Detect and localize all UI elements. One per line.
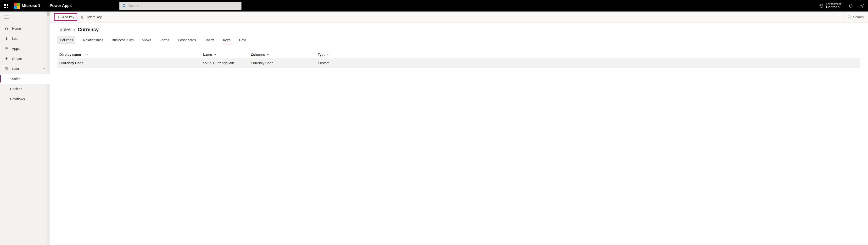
main-content: Add key Delete key Search Tables › Curre…	[50, 11, 868, 245]
add-key-button[interactable]: Add key	[54, 13, 77, 21]
nav-item-home[interactable]: Home	[0, 24, 50, 33]
cmd-label: Search	[853, 15, 864, 19]
tab-business-rules[interactable]: Business rules	[111, 36, 134, 44]
keys-grid: Display name ↑ Name Columns Type	[50, 44, 868, 68]
chevron-down-icon	[214, 53, 216, 56]
home-icon	[4, 27, 9, 30]
nav-item-learn[interactable]: Learn	[0, 33, 50, 44]
nav-label: Create	[12, 57, 22, 61]
col-header-type[interactable]: Type	[318, 53, 859, 57]
search-icon	[122, 4, 126, 8]
plus-icon	[57, 15, 60, 19]
chevron-down-icon	[267, 53, 270, 56]
nav-label: Dataflows	[10, 97, 25, 101]
nav-label: Tables	[10, 77, 20, 81]
nav-label: Choices	[10, 87, 22, 91]
col-header-columns[interactable]: Columns	[251, 53, 318, 57]
nav-item-create[interactable]: Create	[0, 54, 50, 64]
cell-columns: Currency Code	[251, 61, 273, 65]
notifications-button[interactable]	[845, 0, 857, 11]
command-bar: Add key Delete key Search	[50, 11, 868, 23]
environment-name: Contoso	[826, 5, 841, 9]
nav-item-dataflows[interactable]: Dataflows	[0, 94, 50, 104]
svg-line-1	[125, 6, 126, 7]
svg-rect-9	[5, 49, 6, 50]
grid-search[interactable]: Search	[843, 11, 864, 23]
breadcrumb-parent[interactable]: Tables	[57, 27, 71, 32]
grid-row[interactable]: Currency Code ··· cr25d_CurrencyCode Cur…	[57, 58, 860, 68]
bell-icon	[848, 4, 853, 8]
nav-item-choices[interactable]: Choices	[0, 84, 50, 94]
ms-brand[interactable]: Microsoft	[11, 3, 42, 9]
global-search-input[interactable]	[128, 4, 239, 8]
grid-header: Display name ↑ Name Columns Type	[57, 51, 860, 58]
svg-rect-7	[5, 47, 6, 48]
search-icon	[847, 15, 851, 19]
chevron-down-icon	[85, 53, 88, 56]
global-search[interactable]	[119, 2, 242, 10]
top-bar: Microsoft Power Apps Environment Contoso	[0, 0, 868, 11]
cmd-label: Delete key	[86, 15, 102, 19]
settings-button[interactable]	[857, 0, 868, 11]
waffle-icon	[4, 4, 8, 8]
col-header-display-name[interactable]: Display name ↑	[59, 53, 203, 57]
chevron-down-icon	[327, 53, 330, 56]
tab-keys[interactable]: Keys	[222, 36, 231, 44]
cell-type: Custom	[318, 61, 329, 65]
cmd-label: Add key	[62, 15, 74, 19]
environment-picker[interactable]: Environment Contoso	[815, 2, 845, 9]
tab-data[interactable]: Data	[238, 36, 247, 44]
side-nav: Home Learn Apps Create Data Tables	[0, 11, 50, 245]
microsoft-logo-icon	[14, 3, 20, 9]
chevron-right-icon: ›	[74, 27, 75, 32]
nav-label: Home	[12, 27, 21, 30]
cell-name: cr25d_CurrencyCode	[203, 61, 235, 65]
tab-columns[interactable]: Columns	[57, 36, 75, 44]
gear-icon	[860, 4, 864, 8]
app-name[interactable]: Power Apps	[42, 4, 79, 8]
globe-icon	[819, 4, 824, 8]
brand-text: Microsoft	[22, 3, 40, 8]
tab-relationships[interactable]: Relationships	[82, 36, 104, 44]
trash-icon	[81, 15, 84, 19]
svg-point-15	[848, 16, 850, 18]
svg-point-6	[862, 5, 863, 6]
tab-strip: Columns Relationships Business rules Vie…	[50, 34, 868, 44]
nav-item-tables[interactable]: Tables	[0, 74, 50, 84]
nav-collapse-button[interactable]	[0, 11, 50, 23]
sort-asc-icon: ↑	[82, 53, 84, 56]
data-icon	[4, 67, 9, 71]
svg-point-0	[123, 4, 125, 7]
nav-label: Apps	[12, 47, 20, 51]
plus-icon	[4, 57, 9, 61]
svg-rect-8	[7, 47, 8, 48]
nav-item-apps[interactable]: Apps	[0, 44, 50, 54]
nav-item-data[interactable]: Data	[0, 64, 50, 74]
breadcrumb-current: Currency	[78, 27, 99, 32]
delete-key-button[interactable]: Delete key	[78, 13, 104, 21]
svg-line-16	[850, 18, 851, 19]
tab-charts[interactable]: Charts	[204, 36, 215, 44]
cell-display-name: Currency Code	[59, 61, 83, 65]
tab-forms[interactable]: Forms	[159, 36, 170, 44]
tab-dashboards[interactable]: Dashboards	[177, 36, 197, 44]
nav-label: Learn	[12, 37, 21, 40]
book-icon	[4, 37, 9, 40]
col-header-name[interactable]: Name	[203, 53, 251, 57]
tab-views[interactable]: Views	[141, 36, 152, 44]
breadcrumb: Tables › Currency	[50, 23, 868, 34]
row-more-button[interactable]: ···	[194, 61, 198, 65]
nav-label: Data	[12, 67, 19, 71]
chevron-up-icon	[42, 67, 45, 70]
svg-point-12	[5, 67, 8, 68]
apps-icon	[4, 47, 9, 51]
waffle-button[interactable]	[0, 4, 11, 8]
